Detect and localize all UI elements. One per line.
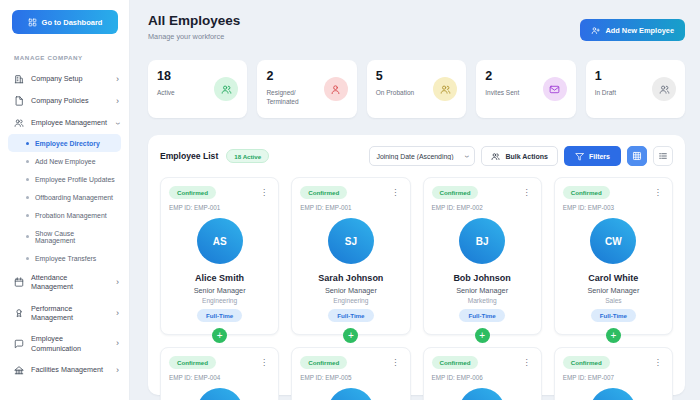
sort-dropdown-value: Joining Date (Ascending)	[376, 153, 464, 160]
go-to-dashboard-button[interactable]: Go to Dashboard	[12, 10, 118, 34]
bulk-actions-button[interactable]: Bulk Actions	[481, 146, 558, 166]
person-icon	[324, 77, 348, 101]
status-badge: Confirmed	[169, 186, 216, 199]
employee-role: Senior Manager	[432, 286, 533, 295]
sidebar-subitem-employee-directory[interactable]: Employee Directory	[8, 134, 121, 152]
filters-button[interactable]: Filters	[564, 146, 621, 166]
employment-type-badge: Full-Time	[459, 309, 504, 322]
add-action-button[interactable]: +	[212, 328, 227, 343]
stat-label: Invites Sent	[485, 88, 535, 97]
employee-card[interactable]: Confirmed ⋮ EMP ID: EMP-001 AS Alice Smi…	[160, 177, 279, 335]
more-options-icon[interactable]: ⋮	[389, 187, 402, 198]
employee-name: Carol White	[563, 273, 664, 283]
sidebar-item-facilities-management[interactable]: Facilities Management ›	[0, 359, 129, 381]
stat-label: On Probation	[376, 88, 426, 97]
sidebar-subitem-employee-transfers[interactable]: Employee Transfers	[8, 249, 121, 267]
avatar: AS	[197, 218, 243, 264]
employee-card[interactable]: Confirmed ⋮ EMP ID: EMP-004 DG +	[160, 347, 279, 400]
employee-card[interactable]: Confirmed ⋮ EMP ID: EMP-002 BJ Bob Johns…	[423, 177, 542, 335]
people-icon	[433, 77, 457, 101]
grid-view-button[interactable]	[627, 146, 647, 166]
sidebar-subitem-probation-management[interactable]: Probation Management	[8, 206, 121, 224]
chevron-right-icon: ›	[116, 97, 119, 106]
add-action-button[interactable]: +	[343, 328, 358, 343]
employee-department: Sales	[563, 297, 664, 304]
employee-card[interactable]: Confirmed ⋮ EMP ID: EMP-007 GD +	[554, 347, 673, 400]
chevron-right-icon: ›	[116, 278, 119, 287]
sidebar-item-company-setup[interactable]: Company Setup ›	[0, 68, 129, 90]
bank-building-icon	[14, 365, 24, 375]
status-badge: Confirmed	[563, 356, 610, 369]
employee-name: Bob Johnson	[432, 273, 533, 283]
list-view-button[interactable]	[653, 146, 673, 166]
employee-id: EMP ID: EMP-006	[432, 374, 533, 381]
employee-card[interactable]: Confirmed ⋮ EMP ID: EMP-006 FM +	[423, 347, 542, 400]
sidebar-item-performance-management[interactable]: Performance Management ›	[0, 298, 129, 329]
more-options-icon[interactable]: ⋮	[520, 187, 533, 198]
stat-card-in-draft: 1 In Draft	[586, 60, 685, 118]
employee-role: Senior Manager	[563, 286, 664, 295]
employee-id: EMP ID: EMP-003	[563, 204, 664, 211]
employee-list-panel: Employee List 18 Active Joining Date (As…	[148, 135, 685, 395]
status-badge: Confirmed	[169, 356, 216, 369]
sidebar-item-company-policies[interactable]: Company Policies ›	[0, 90, 129, 112]
sidebar-subitem-add-new-employee[interactable]: Add New Employee	[8, 152, 121, 170]
more-options-icon[interactable]: ⋮	[652, 357, 665, 368]
stat-card-on-probation: 5 On Probation	[367, 60, 466, 118]
stat-label: Resigned/ Terminated	[266, 88, 316, 106]
bullet-dot-icon	[26, 196, 29, 199]
status-badge: Confirmed	[563, 186, 610, 199]
more-options-icon[interactable]: ⋮	[258, 187, 271, 198]
sidebar-item-employee-communication[interactable]: Employee Communication ›	[0, 328, 129, 359]
list-toolbar: Joining Date (Ascending) › Bulk Actions …	[369, 146, 673, 166]
chevron-down-icon: ›	[113, 122, 122, 125]
more-options-icon[interactable]: ⋮	[652, 187, 665, 198]
bullet-dot-icon	[26, 257, 29, 260]
list-view-icon	[658, 151, 668, 161]
employee-id: EMP ID: EMP-002	[432, 204, 533, 211]
people-icon	[491, 152, 500, 161]
employment-type-badge: Full-Time	[328, 309, 373, 322]
status-badge: Confirmed	[432, 186, 479, 199]
employee-department: Engineering	[300, 297, 401, 304]
stat-label: In Draft	[595, 88, 645, 97]
add-action-button[interactable]: +	[475, 328, 490, 343]
sidebar-subitem-offboarding-management[interactable]: Offboarding Management	[8, 188, 121, 206]
employee-list-header: Employee List 18 Active Joining Date (As…	[160, 146, 673, 166]
go-to-dashboard-label: Go to Dashboard	[42, 18, 103, 27]
page-subtitle: Manage your workforce	[148, 32, 240, 41]
chevron-right-icon: ›	[116, 339, 119, 348]
building-icon	[14, 74, 24, 84]
employee-role: Senior Manager	[169, 286, 270, 295]
employee-role: Senior Manager	[300, 286, 401, 295]
award-icon	[14, 308, 24, 318]
more-options-icon[interactable]: ⋮	[258, 357, 271, 368]
calendar-icon	[14, 277, 24, 287]
filter-funnel-icon	[575, 152, 584, 161]
employee-card[interactable]: Confirmed ⋮ EMP ID: EMP-003 CW Carol Whi…	[554, 177, 673, 335]
employee-cards-grid: Confirmed ⋮ EMP ID: EMP-001 AS Alice Smi…	[160, 177, 673, 400]
filters-label: Filters	[589, 153, 610, 160]
sidebar-subitem-employee-profile-updates[interactable]: Employee Profile Updates	[8, 170, 121, 188]
employee-id: EMP ID: EMP-001	[169, 204, 270, 211]
status-badge: Confirmed	[300, 356, 347, 369]
employee-card[interactable]: Confirmed ⋮ EMP ID: EMP-005 EB +	[291, 347, 410, 400]
more-options-icon[interactable]: ⋮	[389, 357, 402, 368]
avatar: CW	[590, 218, 636, 264]
sidebar-item-employee-management[interactable]: Employee Management ›	[0, 112, 129, 134]
sort-dropdown[interactable]: Joining Date (Ascending) ›	[369, 146, 475, 166]
sidebar-subitem-show-cause-management[interactable]: Show Cause Management	[8, 224, 121, 249]
avatar: DG	[197, 388, 243, 400]
stats-row: 18 Active 2 Resigned/ Terminated 5 On Pr…	[148, 60, 685, 118]
employee-id: EMP ID: EMP-005	[300, 374, 401, 381]
employee-id: EMP ID: EMP-004	[169, 374, 270, 381]
person-plus-icon	[591, 26, 600, 35]
people-icon	[14, 118, 24, 128]
sidebar-item-attendance-management[interactable]: Attendance Management ›	[0, 267, 129, 298]
active-count-badge: 18 Active	[226, 149, 269, 163]
bullet-dot-icon	[26, 160, 29, 163]
add-action-button[interactable]: +	[606, 328, 621, 343]
more-options-icon[interactable]: ⋮	[520, 357, 533, 368]
employee-card[interactable]: Confirmed ⋮ EMP ID: EMP-001 SJ Sarah Joh…	[291, 177, 410, 335]
add-new-employee-button[interactable]: Add New Employee	[580, 19, 685, 41]
